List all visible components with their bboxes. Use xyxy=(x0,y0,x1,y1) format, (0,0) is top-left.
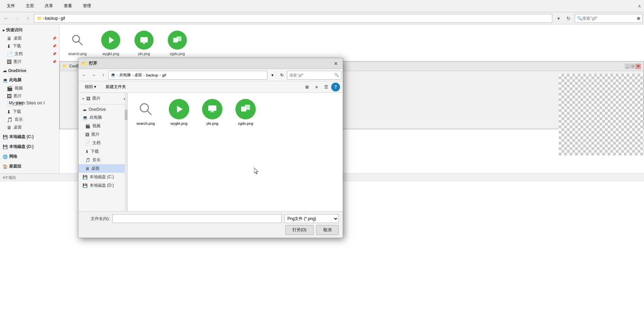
desktop-icon: 🖥 xyxy=(7,36,12,41)
dialog-sidebar-onedrive[interactable]: ☁ OneDrive xyxy=(78,106,127,113)
sidebar-item-pictures[interactable]: 🖼 图片 📌 xyxy=(0,58,59,66)
sidebar-header-diskd[interactable]: 💾 本地磁盘 (D:) xyxy=(0,142,59,151)
view-details-btn[interactable]: ☰ xyxy=(322,83,330,91)
dialog-file-icon-zgdx xyxy=(235,98,256,120)
dialog-file-icon-ykt xyxy=(201,98,223,120)
sidebar-item-music[interactable]: 🎵 音乐 xyxy=(0,116,59,123)
dialog-path[interactable]: 💻 › 此电脑 › 桌面 › backup › gif xyxy=(108,71,267,80)
dialog-refresh-btn[interactable]: ↻ xyxy=(278,71,286,80)
ribbon-tab-manage[interactable]: 管理 xyxy=(79,0,95,12)
refresh-btn[interactable]: ↻ xyxy=(564,14,573,23)
dialog-up-btn[interactable]: ↑ xyxy=(99,71,108,80)
dialog-back-btn[interactable]: ← xyxy=(80,71,89,80)
organize-btn[interactable]: 组织 ▾ xyxy=(81,82,100,91)
sidebar-item-desktopfolder[interactable]: 🖥 桌面 xyxy=(0,123,59,131)
search-input[interactable] xyxy=(582,16,637,21)
path-gif[interactable]: gif xyxy=(61,16,65,21)
dl-sidebar-label: 下载 xyxy=(91,149,99,154)
sidebar-label-onedrive: OneDrive xyxy=(8,68,26,73)
close-btn[interactable]: ✕ xyxy=(636,64,641,69)
sidebar-header-thispc[interactable]: 💻 此电脑 xyxy=(0,76,59,84)
dialog-titlebar: 📁 打开 ✕ xyxy=(78,58,343,69)
filetype-select[interactable]: Png文件 (*.png) xyxy=(284,214,339,223)
path-backup[interactable]: backup xyxy=(45,16,58,21)
diskd-sidebar-label: 本地磁盘 (D:) xyxy=(90,183,114,188)
dialog-sidebar-video[interactable]: 🎬 视频 xyxy=(78,122,127,130)
sidebar-item-downloads2[interactable]: ⬇ 下载 xyxy=(0,108,59,116)
sidebar-item-video[interactable]: 🎬 视频 xyxy=(0,84,59,92)
sidebar-header-homegroup[interactable]: 🏠 家庭组 xyxy=(0,162,59,171)
file-item-zgdx[interactable]: zgdx.png xyxy=(162,27,193,58)
sidebar-label-pictures2: 图片 xyxy=(14,93,22,99)
sidebar-label-music: 音乐 xyxy=(15,117,23,122)
dialog-sidebar-diskc[interactable]: 💾 本地磁盘 (C:) xyxy=(78,173,127,181)
file-name-zgdx: zgdx.png xyxy=(170,52,185,56)
file-name-search: search.png xyxy=(68,52,87,56)
downloads2-icon: ⬇ xyxy=(7,109,11,115)
svg-rect-10 xyxy=(208,105,216,111)
open-dialog: 📁 打开 ✕ ← → ↑ 💻 › 此电脑 › 桌面 › backup › gif… xyxy=(78,58,343,238)
dialog-path-dropdown-btn[interactable]: ▾ xyxy=(268,71,277,80)
ribbon-tab-view[interactable]: 查看 xyxy=(60,0,76,12)
dialog-file-zgdx[interactable]: zgdx.png xyxy=(230,96,261,128)
dialog-sidebar-diskd[interactable]: 💾 本地磁盘 (D:) xyxy=(78,181,127,190)
dialog-sidebar-thispc[interactable]: 💻 此电脑 xyxy=(78,113,127,122)
file-item-wygkt[interactable]: wygkt.png xyxy=(95,27,126,58)
view-list-btn[interactable]: ≡ xyxy=(312,83,321,91)
sidebar-item-pictures2[interactable]: 🖼 图片 xyxy=(0,92,59,100)
dialog-sidebar-docs[interactable]: 📄 文档 xyxy=(78,139,127,147)
dialog-file-search[interactable]: search.png xyxy=(130,96,161,128)
ribbon-tab-file[interactable]: 文件 xyxy=(3,0,19,12)
dialog-file-wygkt[interactable]: wygkt.png xyxy=(164,96,194,128)
new-folder-btn[interactable]: 新建文件夹 xyxy=(102,82,130,91)
sidebar-header-diskc[interactable]: 💾 本地磁盘 (C:) xyxy=(0,133,59,141)
onedrive-sidebar-icon: ☁ xyxy=(83,107,87,112)
address-dropdown-btn[interactable]: ▾ xyxy=(554,14,563,23)
sidebar-header-network[interactable]: 🌐 网络 xyxy=(0,152,59,161)
dialog-sidebar-desktop[interactable]: 🖥 桌面 xyxy=(78,164,127,173)
dialog-file-ykt[interactable]: ykt.png xyxy=(197,96,228,128)
file-item-ykt[interactable]: ykt.png xyxy=(129,27,159,58)
search-box[interactable]: 🔍 ⊕ xyxy=(575,14,643,23)
dialog-buttons: 打开(O) 取消 xyxy=(83,225,339,235)
filename-row: 文件名(N): Png文件 (*.png) xyxy=(83,214,339,223)
up-btn[interactable]: ↑ xyxy=(23,14,33,23)
ribbon-tab-home[interactable]: 主页 xyxy=(22,0,38,12)
search-submit-btn[interactable]: ⊕ xyxy=(637,16,640,21)
filename-input[interactable] xyxy=(112,214,282,223)
video-sidebar-icon: 🎬 xyxy=(85,124,90,129)
pics-sidebar-icon: 🖼 xyxy=(85,132,89,137)
address-path[interactable]: 📁 › backup › gif xyxy=(34,14,552,23)
maximize-btn[interactable]: □ xyxy=(630,64,636,69)
sidebar-header-quickaccess[interactable]: ▸ 快速访问 xyxy=(0,26,59,34)
dialog-close-btn[interactable]: ✕ xyxy=(332,60,340,68)
forward-btn[interactable]: → xyxy=(12,14,22,23)
sidebar-scrollbar[interactable] xyxy=(125,93,127,211)
dialog-help-btn[interactable]: ? xyxy=(331,83,340,91)
window-collapse-btn[interactable]: ∧ xyxy=(638,3,641,9)
view-large-icon-btn[interactable]: ⊞ xyxy=(303,83,311,91)
sidebar-item-downloads[interactable]: ⬇ 下载 📌 xyxy=(0,42,59,50)
dialog-search-box[interactable]: 🔍 xyxy=(287,71,341,80)
dialog-path-sep2: › xyxy=(132,73,133,77)
sidebar-label-thispc: 此电脑 xyxy=(9,77,21,83)
diskc-sidebar-label: 本地磁盘 (C:) xyxy=(90,174,114,180)
dialog-sidebar-pics[interactable]: 🖼 图片 xyxy=(78,130,127,139)
sidebar-item-documents[interactable]: 📄 文档 📌 xyxy=(0,50,59,58)
dialog-sidebar-music[interactable]: 🎵 音乐 xyxy=(78,156,127,164)
dialog-cancel-btn[interactable]: 取消 xyxy=(316,225,339,235)
dialog-forward-btn[interactable]: → xyxy=(89,71,98,80)
sidebar-item-desktop[interactable]: 🖥 桌面 📌 xyxy=(0,34,59,42)
back-btn[interactable]: ← xyxy=(1,14,11,23)
dialog-sidebar-pictures-header[interactable]: ▸ 🖼 图片 ▴ xyxy=(78,94,127,103)
sidebar-divider1 xyxy=(78,104,127,104)
status-text: 4个项目 xyxy=(3,175,16,180)
dialog-sidebar-dl[interactable]: ⬇ 下载 xyxy=(78,147,127,156)
dialog-search-input[interactable] xyxy=(289,73,333,77)
file-item-search[interactable]: search.png xyxy=(62,27,93,58)
minimize-btn[interactable]: _ xyxy=(625,64,630,69)
dialog-open-btn[interactable]: 打开(O) xyxy=(285,225,314,235)
sidebar-header-onedrive[interactable]: ☁ OneDrive xyxy=(0,67,59,74)
dialog-path-gif: gif xyxy=(162,73,166,77)
ribbon-tab-share[interactable]: 共享 xyxy=(41,0,57,12)
